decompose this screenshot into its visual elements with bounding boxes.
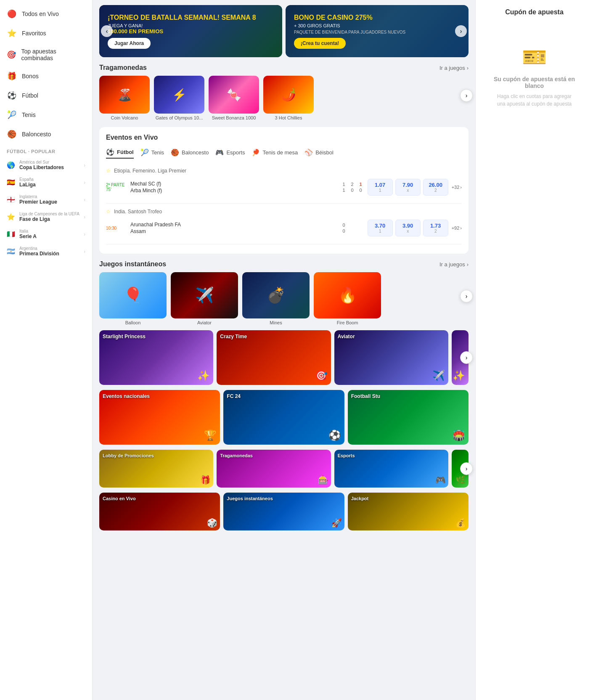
events-section: Eventos en Vivo ⚽ Fútbol🎾 Tenis🏀 Balonce… <box>99 127 469 254</box>
banner-right-button[interactable]: ¡Crea tu cuenta! <box>294 38 346 49</box>
odd-button-1[interactable]: 3.70 1 <box>368 220 393 236</box>
star-icon[interactable]: ☆ <box>106 168 111 174</box>
tragamonedas-link[interactable]: Ir a juegos › <box>439 65 469 71</box>
event-time: 2ª PARTE 75' <box>106 183 127 192</box>
featured-label-aviator-feat: Aviator <box>338 334 355 339</box>
league-flag: 🏴󠁧󠁢󠁥󠁮󠁧󠁿 <box>7 196 15 204</box>
featured-card-football-stu[interactable]: Football Stu 🏟️ <box>348 390 469 445</box>
category-card-juegos-instantaneos[interactable]: Juegos instantáneos 🚀 <box>223 493 344 530</box>
category-card-tragamonedas-cat[interactable]: Tragamonedas 🎰 <box>217 450 331 488</box>
sidebar-item-top-apuestas[interactable]: 🎯 Top apuestas combinadas <box>0 43 92 66</box>
events-groups: ☆ Etiopía. Femenino. Liga Premier 2ª PAR… <box>106 165 462 244</box>
event-teams: Mechal SC (f) Arba Minch (f) <box>130 180 337 194</box>
category-label-lobby-promociones: Lobby de Promociones <box>103 453 154 458</box>
odd-button-2[interactable]: 26.00 2 <box>423 179 448 196</box>
featured-label-football-stu: Football Stu <box>351 393 380 399</box>
league-name: Fase de Liga <box>19 216 79 222</box>
event-tab-futbol[interactable]: ⚽ Fútbol <box>106 146 134 159</box>
banner-left-prize: 100.000 EN PREMIOS <box>108 28 274 34</box>
banner-next-button[interactable]: › <box>455 25 467 37</box>
featured-row2: Eventos nacionales 🏆 FC 24 ⚽ Football St… <box>99 390 469 445</box>
instant-game-img-mines: 💣 <box>242 272 310 318</box>
event-tab-baloncesto[interactable]: 🏀 Baloncesto <box>171 146 209 159</box>
league-name: Copa Libertadores <box>19 164 79 170</box>
tragamonedas-next-button[interactable]: › <box>460 89 473 102</box>
event-tab-label-tenis-mesa: Tenis de mesa <box>262 149 298 156</box>
instant-games-next-button[interactable]: › <box>460 290 473 302</box>
event-match: 2ª PARTE 75' Mechal SC (f) Arba Minch (f… <box>106 176 462 198</box>
event-tab-icon-beisbol: ⚾ <box>304 148 313 156</box>
sidebar-icon-todos-en-vivo: 🔴 <box>7 9 17 19</box>
category-card-esports-cat[interactable]: Esports 🎮 <box>334 450 448 488</box>
banner-left: ¡TORNEO DE BATALLA SEMANAL! SEMANA 8 JUE… <box>99 5 282 57</box>
more-odds[interactable]: +32 › <box>452 185 462 190</box>
sidebar-label-tenis: Tenis <box>22 111 36 118</box>
categories-row1-next[interactable]: › <box>460 462 473 475</box>
coupon-title: Cupón de apuesta <box>484 8 585 16</box>
game-card-coin-volcano[interactable]: 🌋 Coin Volcano <box>99 76 150 120</box>
featured-card-eventos-nacionales[interactable]: Eventos nacionales 🏆 <box>99 390 220 445</box>
sidebar-item-todos-en-vivo[interactable]: 🔴 Todos en Vivo <box>0 4 92 24</box>
tragamonedas-games-row: 🌋 Coin Volcano ⚡ Gates of Olympus 10... … <box>99 76 469 120</box>
category-card-jackpot[interactable]: Jackpot 💰 <box>348 493 469 530</box>
instant-game-card-fire-boom[interactable]: 🔥 Fire Boom <box>314 272 381 325</box>
game-card-hot-chillies[interactable]: 🌶️ 3 Hot Chillies <box>263 76 314 120</box>
featured-card-crazy-time[interactable]: Crazy Time 🎯 <box>217 330 331 385</box>
tragamonedas-title: Tragamonedas <box>99 64 147 72</box>
instant-games-title: Juegos instantáneos <box>99 260 166 268</box>
game-card-sweet-bonanza[interactable]: 🍬 Sweet Bonanza 1000 <box>209 76 259 120</box>
featured-section-1: Starlight Princess ✨ Crazy Time 🎯 Aviato… <box>99 330 469 385</box>
game-card-img-gates-olympus: ⚡ <box>154 76 204 114</box>
game-card-name-sweet-bonanza: Sweet Bonanza 1000 <box>209 115 259 120</box>
league-item-copa-libertadores[interactable]: 🌎 América del Sur Copa Libertadores › <box>0 156 92 174</box>
event-tab-label-esports: Esports <box>226 149 245 156</box>
odd-label: x <box>400 229 416 233</box>
banner-left-button[interactable]: Jugar Ahora <box>108 38 151 49</box>
sidebar-item-favoritos[interactable]: ⭐ Favoritos <box>0 24 92 43</box>
odd-button-x[interactable]: 3.90 x <box>395 220 421 236</box>
game-card-name-hot-chillies: 3 Hot Chillies <box>263 115 314 120</box>
sidebar-label-bonos: Bonos <box>22 73 39 80</box>
banner-prev-button[interactable]: ‹ <box>101 25 113 37</box>
featured-row1-next[interactable]: › <box>460 351 473 364</box>
league-item-premier-league[interactable]: 🏴󠁧󠁢󠁥󠁮󠁧󠁿 Inglaterra Premier League › <box>0 191 92 208</box>
event-tab-beisbol[interactable]: ⚾ Béisbol <box>304 146 334 159</box>
odd-button-x[interactable]: 7.90 x <box>395 179 421 196</box>
featured-card-starlight-princess[interactable]: Starlight Princess ✨ <box>99 330 213 385</box>
league-item-fase-de-liga[interactable]: ⭐ Liga de Campeones de la UEFA Fase de L… <box>0 208 92 225</box>
sidebar-icon-baloncesto: 🏀 <box>7 130 17 139</box>
event-tab-esports[interactable]: 🎮 Esports <box>215 146 245 159</box>
sidebar-item-tenis[interactable]: 🎾 Tenis <box>0 105 92 125</box>
events-tabs: ⚽ Fútbol🎾 Tenis🏀 Baloncesto🎮 Esports🏓 Te… <box>106 146 462 159</box>
featured-row1: Starlight Princess ✨ Crazy Time 🎯 Aviato… <box>99 330 469 385</box>
odd-label: 2 <box>428 188 444 193</box>
league-item-primera-división[interactable]: 🇦🇷 Argentina Primera División › <box>0 243 92 260</box>
more-odds[interactable]: +92 › <box>452 225 462 231</box>
league-item-laliga[interactable]: 🇪🇸 España LaLiga › <box>0 174 92 191</box>
category-label-juegos-instantaneos: Juegos instantáneos <box>227 496 273 501</box>
featured-label-eventos-nacionales: Eventos nacionales <box>103 393 150 399</box>
league-item-serie-a[interactable]: 🇮🇹 Italia Serie A › <box>0 225 92 243</box>
game-card-gates-olympus[interactable]: ⚡ Gates of Olympus 10... <box>154 76 204 120</box>
event-tab-tenis-mesa[interactable]: 🏓 Tenis de mesa <box>251 146 298 159</box>
featured-card-aviator-feat[interactable]: Aviator ✈️ <box>334 330 448 385</box>
instant-game-card-mines[interactable]: 💣 Mines <box>242 272 310 325</box>
star-icon[interactable]: ☆ <box>106 209 111 215</box>
instant-games-link[interactable]: Ir a juegos › <box>439 261 469 268</box>
category-card-lobby-promociones[interactable]: Lobby de Promociones 🎁 <box>99 450 213 488</box>
odd-value: 1.07 <box>372 182 388 188</box>
sidebar-item-bonos[interactable]: 🎁 Bonos <box>0 66 92 86</box>
sidebar-item-futbol[interactable]: ⚽ Fútbol <box>0 86 92 105</box>
event-tab-icon-futbol: ⚽ <box>106 148 114 156</box>
sidebar-item-baloncesto[interactable]: 🏀 Baloncesto <box>0 125 92 144</box>
instant-game-card-balloon[interactable]: 🎈 Balloon <box>99 272 167 325</box>
coupon-empty-title: Su cupón de apuesta está en blanco <box>492 76 576 89</box>
instant-game-card-aviator[interactable]: ✈️ Aviator <box>171 272 238 325</box>
sidebar-icon-tenis: 🎾 <box>7 110 17 119</box>
category-card-casino-vivo[interactable]: Casino en Vivo 🎲 <box>99 493 220 530</box>
sidebar: 🔴 Todos en Vivo⭐ Favoritos🎯 Top apuestas… <box>0 0 93 700</box>
event-tab-tenis[interactable]: 🎾 Tenis <box>140 146 164 159</box>
odd-button-2[interactable]: 1.73 2 <box>423 220 448 236</box>
featured-card-fc24[interactable]: FC 24 ⚽ <box>223 390 344 445</box>
odd-button-1[interactable]: 1.07 1 <box>368 179 393 196</box>
